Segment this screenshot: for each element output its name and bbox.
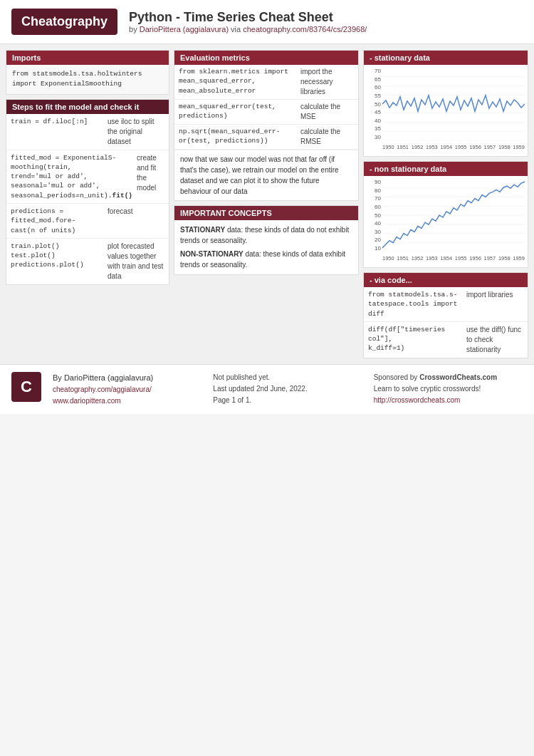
left-column: Imports from statsmodels.tsa.holtwinters… bbox=[6, 50, 169, 358]
non-stationary-label: NON-STATIONARY bbox=[180, 250, 244, 258]
x-1952: 1952 bbox=[412, 144, 424, 150]
x-1956: 1956 bbox=[469, 144, 481, 150]
step-row-1: train = df.iloc[:n] use iloc to split th… bbox=[6, 114, 169, 150]
non-stationary-chart-area: 90 80 70 60 50 40 30 20 10 bbox=[364, 176, 528, 267]
footer-link-personal[interactable]: www.dariopittera.com bbox=[53, 397, 121, 405]
main-content: Imports from statsmodels.tsa.holtwinters… bbox=[0, 44, 534, 364]
eval-code-1: from sklearn.metrics importmean_squared_… bbox=[179, 67, 295, 97]
x-1954: 1954 bbox=[440, 144, 452, 150]
step-code-3: predictions = fitted_mod.fore-cast(n of … bbox=[11, 207, 103, 235]
ns-x-1953: 1953 bbox=[426, 255, 438, 262]
ns-x-1956: 1956 bbox=[469, 255, 481, 262]
x-1951: 1951 bbox=[397, 144, 409, 150]
ns-x-1957: 1957 bbox=[484, 255, 496, 262]
y-label-50: 50 bbox=[367, 101, 381, 108]
y-label-55: 55 bbox=[367, 93, 381, 99]
ns-y-60: 60 bbox=[367, 204, 381, 210]
via-code-left-1: from statmodels.tsa.s-tatespace.tools im… bbox=[368, 290, 461, 319]
y-label-35: 35 bbox=[367, 125, 381, 132]
x-1953: 1953 bbox=[426, 144, 438, 150]
imports-header: Imports bbox=[6, 51, 169, 65]
stationary-chart-area: 70 65 60 55 50 45 40 35 30 bbox=[364, 65, 528, 156]
non-stationary-chart-header: - non stationary data bbox=[364, 162, 528, 176]
ns-y-30: 30 bbox=[367, 229, 381, 235]
middle-column: Evaluation metrics from sklearn.metrics … bbox=[174, 50, 359, 358]
cheatography-link[interactable]: cheatography.com/83764/cs/23968/ bbox=[243, 25, 367, 33]
footer-info-col: Not published yet. Last updated 2nd June… bbox=[213, 372, 362, 406]
stationary-chart-card: - stationary data 70 65 60 55 50 45 40 3… bbox=[363, 50, 528, 157]
right-column: - stationary data 70 65 60 55 50 45 40 3… bbox=[363, 50, 528, 358]
stationary-y-axis: 70 65 60 55 50 45 40 35 30 bbox=[367, 68, 382, 140]
stationary-chart-svg bbox=[382, 68, 525, 140]
eval-desc-3: calculate the RMSE bbox=[300, 127, 354, 147]
header: Cheatography Python - Time Series Cheat … bbox=[0, 0, 534, 44]
non-stationary-x-axis: 1950 1951 1952 1953 1954 1955 1956 1957 … bbox=[382, 252, 525, 264]
ns-y-80: 80 bbox=[367, 187, 381, 194]
step-code-1: train = df.iloc[:n] bbox=[11, 117, 103, 147]
footer-link-cheatography[interactable]: cheatography.com/aggialavura/ bbox=[53, 385, 152, 393]
non-stationary-svg bbox=[382, 179, 525, 252]
step-code-4: train.plot()test.plot()predictions.plot(… bbox=[11, 242, 103, 281]
y-label-45: 45 bbox=[367, 109, 381, 115]
footer-author-col: By DarioPittera (aggialavura) cheatograp… bbox=[53, 372, 201, 408]
footer-sponsor-col: Sponsored by CrosswordCheats.com Learn t… bbox=[374, 372, 523, 406]
step-desc-2: create and fit the model bbox=[137, 153, 164, 200]
step-desc-4: plot forecasted values together with tra… bbox=[108, 242, 164, 281]
non-stationary-chart-svg bbox=[382, 179, 525, 252]
via-code-right-1: import libraries bbox=[466, 290, 523, 319]
footer-page: Page 1 of 1. bbox=[213, 395, 362, 406]
imports-line-2: import ExponentialSmoothing bbox=[12, 79, 163, 89]
via-code-card: - via code... from statmodels.tsa.s-tate… bbox=[363, 272, 528, 358]
ns-x-1951: 1951 bbox=[397, 255, 409, 262]
step-row-3: predictions = fitted_mod.fore-cast(n of … bbox=[6, 204, 169, 239]
concepts-header: IMPORTANT CONCEPTS bbox=[174, 206, 358, 220]
ns-x-1955: 1955 bbox=[455, 255, 467, 262]
eval-row-2: mean_squared_error(test,predictions) cal… bbox=[174, 100, 358, 125]
step-row-2: fitted_mod = ExponentialS-moothing(train… bbox=[6, 150, 169, 204]
y-label-60: 60 bbox=[367, 84, 381, 90]
eval-desc-1: import the necessary libraries bbox=[300, 67, 354, 97]
eval-paragraph: now that we saw our model was not that f… bbox=[174, 150, 358, 200]
author-link[interactable]: DarioPittera (aggialavura) bbox=[140, 25, 229, 33]
ns-y-50: 50 bbox=[367, 212, 381, 219]
header-subtitle: by DarioPittera (aggialavura) via cheato… bbox=[129, 25, 367, 33]
step-row-4: train.plot()test.plot()predictions.plot(… bbox=[6, 239, 169, 284]
stationary-text: STATIONARY data: these kinds of data do … bbox=[180, 224, 352, 246]
non-stationary-chart-card: - non stationary data 90 80 70 60 50 40 … bbox=[363, 161, 528, 268]
via-code-row-1: from statmodels.tsa.s-tatespace.tools im… bbox=[364, 287, 528, 322]
ns-y-10: 10 bbox=[367, 245, 381, 252]
eval-code-3: np.sqrt(mean_squared_err-or(test, predic… bbox=[179, 127, 295, 147]
evaluation-card: Evaluation metrics from sklearn.metrics … bbox=[174, 50, 359, 201]
x-1958: 1958 bbox=[498, 144, 511, 150]
x-1957: 1957 bbox=[484, 144, 496, 150]
via-code-row-2: diff(df["timeseries col"],k_diff=1) use … bbox=[364, 322, 528, 358]
ns-y-40: 40 bbox=[367, 220, 381, 227]
step-code-2: fitted_mod = ExponentialS-moothing(train… bbox=[11, 153, 132, 200]
concepts-body: STATIONARY data: these kinds of data do … bbox=[174, 220, 358, 274]
ns-x-1952: 1952 bbox=[412, 255, 424, 262]
footer-sponsor-line1: Sponsored by CrosswordCheats.com bbox=[374, 372, 523, 383]
ns-y-20: 20 bbox=[367, 237, 381, 243]
via-code-left-2: diff(df["timeseries col"],k_diff=1) bbox=[368, 325, 461, 355]
footer-logo: C bbox=[11, 372, 41, 402]
y-label-70: 70 bbox=[367, 68, 381, 74]
footer-sponsor-line2: Learn to solve cryptic crosswords! bbox=[374, 383, 523, 395]
y-label-40: 40 bbox=[367, 118, 381, 124]
footer-author-text: By DarioPittera (aggialavura) bbox=[53, 373, 153, 382]
non-stationary-y-axis: 90 80 70 60 50 40 30 20 10 bbox=[367, 179, 382, 252]
via-code-right-2: use the diff() func to check stationarit… bbox=[466, 325, 523, 355]
page-title: Python - Time Series Cheat Sheet bbox=[129, 10, 367, 25]
x-1950: 1950 bbox=[382, 144, 394, 150]
footer-last-updated: Last updated 2nd June, 2022. bbox=[213, 383, 362, 395]
steps-header: Steps to fit the model and check it bbox=[6, 100, 169, 114]
logo: Cheatography bbox=[11, 9, 117, 35]
step-desc-1: use iloc to split the original dataset bbox=[108, 117, 164, 147]
non-stationary-text: NON-STATIONARY data: these kinds of data… bbox=[180, 249, 352, 270]
footer-sponsor-link[interactable]: http://crosswordcheats.com bbox=[374, 396, 461, 404]
ns-x-1954: 1954 bbox=[440, 255, 452, 262]
x-1959: 1959 bbox=[513, 144, 525, 150]
footer-not-published: Not published yet. bbox=[213, 372, 362, 383]
concepts-card: IMPORTANT CONCEPTS STATIONARY data: thes… bbox=[174, 205, 359, 275]
stationary-x-axis: 1950 1951 1952 1953 1954 1955 1956 1957 … bbox=[382, 140, 525, 153]
non-stationary-chart-container: 90 80 70 60 50 40 30 20 10 bbox=[367, 179, 525, 264]
